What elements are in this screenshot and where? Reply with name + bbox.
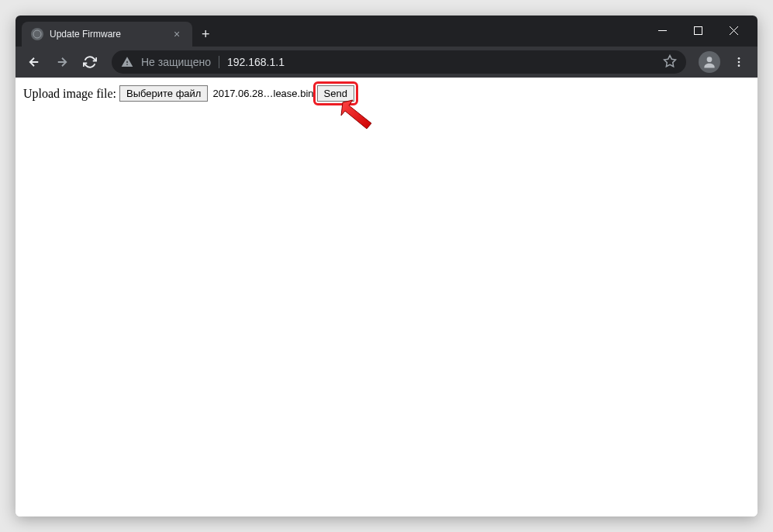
titlebar: Update Firmware × + [16, 16, 757, 47]
upload-form: Upload image file: Выберите файл 2017.06… [23, 85, 750, 102]
maximize-button[interactable] [680, 19, 716, 42]
upload-label: Upload image file: [23, 87, 116, 101]
url-text: 192.168.1.1 [227, 56, 285, 68]
menu-button[interactable] [726, 50, 751, 74]
profile-button[interactable] [699, 51, 720, 73]
divider [219, 56, 219, 68]
back-button[interactable] [22, 50, 47, 74]
address-bar[interactable]: Не защищено 192.168.1.1 [112, 50, 686, 74]
toolbar: Не защищено 192.168.1.1 [16, 47, 757, 78]
selected-file-name: 2017.06.28…lease.bin [212, 88, 313, 99]
window-controls [644, 16, 751, 42]
send-button[interactable]: Send [317, 85, 354, 102]
browser-window: Update Firmware × + [16, 16, 757, 516]
svg-point-0 [33, 30, 41, 38]
forward-button[interactable] [50, 50, 74, 74]
browser-tab[interactable]: Update Firmware × [22, 22, 192, 47]
close-button[interactable] [716, 19, 751, 42]
tab-close-icon[interactable]: × [171, 28, 183, 40]
minimize-button[interactable] [644, 19, 680, 42]
reload-button[interactable] [78, 50, 102, 74]
bookmark-star-icon[interactable] [663, 54, 677, 71]
svg-point-6 [738, 61, 740, 64]
svg-marker-3 [664, 55, 676, 66]
svg-point-7 [738, 64, 740, 67]
favicon-icon [31, 28, 43, 40]
svg-point-4 [707, 57, 713, 62]
tab-title: Update Firmware [50, 29, 164, 40]
security-label: Не защищено [141, 56, 211, 68]
not-secure-icon [121, 56, 133, 68]
svg-rect-1 [658, 30, 667, 31]
svg-rect-2 [694, 26, 702, 34]
svg-point-5 [738, 57, 740, 60]
annotation-cursor-icon [339, 96, 378, 138]
choose-file-button[interactable]: Выберите файл [119, 85, 208, 102]
new-tab-button[interactable]: + [192, 22, 219, 47]
page-content: Upload image file: Выберите файл 2017.06… [16, 78, 757, 516]
